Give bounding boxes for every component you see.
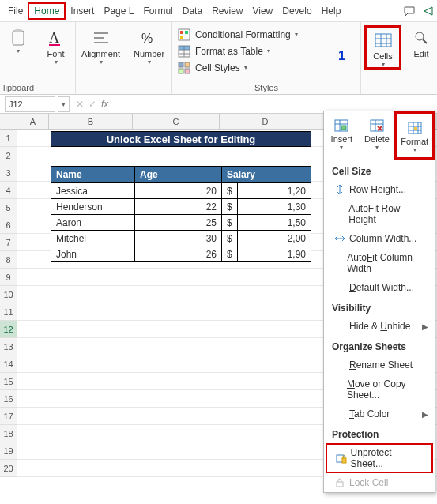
comments-icon[interactable] — [401, 3, 418, 19]
col-C[interactable]: C — [133, 114, 220, 129]
group-cells: Cells ▾ — [361, 22, 405, 94]
rename-sheet-item[interactable]: Rename Sheet — [324, 355, 435, 374]
group-editing: Edit — [405, 22, 437, 94]
col-D[interactable]: D — [220, 114, 311, 129]
menu-formulas[interactable]: Formul — [138, 2, 177, 20]
unprotect-label: Unprotect Sheet... — [351, 447, 425, 469]
svg-rect-10 — [185, 31, 188, 34]
row-height-item[interactable]: Row Height... — [324, 180, 435, 199]
conditional-icon — [177, 28, 191, 42]
menu-file[interactable]: File — [3, 2, 28, 20]
row-14[interactable]: 14 — [0, 355, 17, 373]
move-copy-label: Move or Copy Sheet... — [347, 378, 427, 401]
menu-data[interactable]: Data — [178, 2, 207, 20]
cells-icon — [374, 31, 393, 50]
formula-input[interactable] — [113, 96, 437, 112]
menu-developer[interactable]: Develo — [277, 2, 316, 20]
chevron-down-icon: ▾ — [17, 49, 20, 54]
cells-button[interactable]: Cells ▾ — [364, 25, 401, 70]
share-icon[interactable] — [420, 3, 437, 19]
section-cell-size: Cell Size — [324, 160, 435, 180]
row-12[interactable]: 12 — [0, 321, 17, 338]
unprotect-sheet-item[interactable]: Unprotect Sheet... — [326, 443, 433, 473]
col-width-icon — [332, 233, 348, 244]
delete-cells-button[interactable]: Delete ▾ — [360, 111, 395, 160]
cell-cur: $ — [222, 215, 238, 231]
row-8[interactable]: 8 — [0, 251, 17, 269]
table-row[interactable]: Mitchel 30 $ 2,00 — [51, 231, 311, 246]
alignment-button[interactable]: Alignment ▾ — [79, 25, 122, 65]
format-as-table-button[interactable]: Format as Table ▾ — [177, 44, 354, 58]
menu-help[interactable]: Help — [317, 2, 346, 20]
autofit-row-item[interactable]: AutoFit Row Height — [324, 199, 435, 229]
cells-caption: Cells — [373, 51, 392, 61]
row-19[interactable]: 19 — [0, 442, 17, 460]
autofit-col-item[interactable]: AutoFit Column Width — [324, 248, 435, 278]
font-button[interactable]: A Font ▾ — [40, 25, 72, 65]
table-row[interactable]: Henderson 22 $ 1,30 — [51, 199, 311, 215]
row-5[interactable]: 5 — [0, 199, 17, 216]
svg-rect-34 — [341, 126, 346, 130]
row-9[interactable]: 9 — [0, 269, 17, 286]
menu-view[interactable]: View — [247, 2, 277, 20]
column-width-item[interactable]: Column Width... — [324, 229, 435, 248]
svg-point-26 — [416, 32, 424, 40]
th-salary: Salary — [222, 167, 311, 183]
row-17[interactable]: 17 — [0, 408, 17, 425]
fx-icon[interactable]: fx — [101, 99, 108, 110]
row-2[interactable]: 2 — [0, 147, 17, 164]
hide-unhide-item[interactable]: Hide & Unhide ▶ — [324, 317, 435, 336]
move-copy-item[interactable]: Move or Copy Sheet... — [324, 374, 435, 404]
section-visibility: Visibility — [324, 297, 435, 317]
col-B[interactable]: B — [49, 114, 133, 129]
svg-rect-11 — [180, 36, 183, 39]
select-all-corner[interactable] — [0, 114, 17, 129]
name-box[interactable]: J12 — [5, 96, 55, 112]
menu-review[interactable]: Review — [207, 2, 247, 20]
cell-styles-button[interactable]: Cell Styles ▾ — [177, 61, 354, 75]
default-width-item[interactable]: Default Width... — [324, 278, 435, 297]
row-15[interactable]: 15 — [0, 373, 17, 390]
col-A[interactable]: A — [17, 114, 49, 129]
cell-age: 20 — [135, 183, 222, 199]
table-row[interactable]: Aaron 25 $ 1,50 — [51, 215, 311, 231]
row-10[interactable]: 10 — [0, 286, 17, 303]
row-18[interactable]: 18 — [0, 425, 17, 442]
submenu-arrow-icon: ▶ — [422, 322, 428, 331]
svg-text:A: A — [49, 30, 59, 46]
row-6[interactable]: 6 — [0, 216, 17, 234]
menu-insert[interactable]: Insert — [66, 2, 99, 20]
row-4[interactable]: 4 — [0, 182, 17, 199]
format-cells-button[interactable]: Format ▾ — [394, 111, 435, 160]
insert-cells-button[interactable]: Insert ▾ — [324, 111, 360, 160]
row-16[interactable]: 16 — [0, 390, 17, 408]
number-button[interactable]: % Number ▾ — [130, 25, 168, 65]
svg-rect-20 — [185, 69, 190, 73]
lock-cell-item: Lock Cell — [324, 473, 435, 492]
alignment-caption: Alignment — [81, 49, 120, 58]
group-number: % Number ▾ — [126, 22, 172, 94]
row-20[interactable]: 20 — [0, 460, 17, 477]
row-13[interactable]: 13 — [0, 338, 17, 355]
row-1[interactable]: 1 — [0, 130, 17, 147]
editing-caption: Edit — [414, 49, 429, 58]
cell-age: 26 — [135, 246, 222, 262]
conditional-formatting-button[interactable]: Conditional Formatting ▾ — [177, 28, 354, 42]
svg-rect-19 — [179, 69, 183, 73]
menu-pagelayout[interactable]: Page L — [99, 2, 138, 20]
cell-name: John — [51, 246, 135, 262]
editing-button[interactable]: Edit — [409, 25, 434, 58]
row-11[interactable]: 11 — [0, 303, 17, 321]
paste-button[interactable]: ▾ — [3, 25, 32, 54]
th-name: Name — [51, 167, 135, 183]
row-height-label: Row Height... — [349, 184, 406, 195]
name-box-dropdown[interactable]: ▾ — [58, 96, 70, 112]
tab-color-label: Tab Color — [349, 408, 390, 419]
row-7[interactable]: 7 — [0, 234, 17, 251]
tab-color-item[interactable]: Tab Color ▶ — [324, 404, 435, 423]
table-row[interactable]: Jessica 20 $ 1,20 — [51, 183, 311, 199]
group-clipboard: ▾ lipboard — [0, 22, 36, 94]
menu-home[interactable]: Home — [28, 2, 66, 20]
row-3[interactable]: 3 — [0, 164, 17, 182]
table-row[interactable]: John 26 $ 1,90 — [51, 246, 311, 262]
